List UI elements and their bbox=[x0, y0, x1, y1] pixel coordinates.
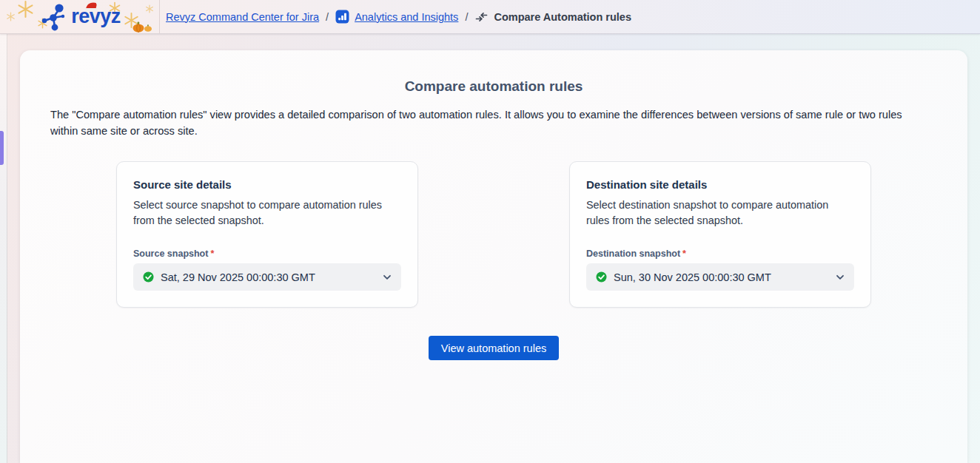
page-title: Compare automation rules bbox=[20, 78, 967, 95]
breadcrumb-separator: / bbox=[465, 11, 468, 23]
source-snapshot-label-text: Source snapshot bbox=[133, 249, 208, 259]
breadcrumb-link-command-center[interactable]: Revyz Command Center for Jira bbox=[166, 11, 319, 23]
snowflake-decoration-icon bbox=[145, 4, 154, 13]
required-marker: * bbox=[682, 249, 686, 259]
required-marker: * bbox=[210, 249, 214, 259]
snowflake-decoration-icon bbox=[16, 0, 35, 18]
view-automation-rules-button[interactable]: View automation rules bbox=[429, 336, 559, 360]
destination-card-description: Select destination snapshot to compare a… bbox=[586, 197, 854, 229]
destination-snapshot-select[interactable]: Sun, 30 Nov 2025 00:00:30 GMT bbox=[586, 263, 854, 291]
left-rail bbox=[0, 0, 7, 463]
source-snapshot-select[interactable]: Sat, 29 Nov 2025 00:00:30 GMT bbox=[133, 263, 401, 291]
pumpkin-icon bbox=[144, 24, 152, 32]
check-circle-icon bbox=[143, 271, 154, 283]
destination-card-title: Destination site details bbox=[586, 178, 854, 191]
breadcrumb-separator: / bbox=[326, 11, 329, 23]
brand-logo[interactable]: revyz bbox=[0, 0, 160, 33]
revyz-molecule-logo-icon bbox=[38, 1, 70, 33]
chevron-down-icon bbox=[836, 274, 845, 280]
breadcrumb-link-analytics[interactable]: Analytics and Insights bbox=[355, 11, 458, 23]
destination-snapshot-label-text: Destination snapshot bbox=[586, 249, 680, 259]
source-card-description: Select source snapshot to compare automa… bbox=[133, 197, 401, 229]
site-cards-row: Source site details Select source snapsh… bbox=[20, 161, 967, 308]
snowflake-decoration-icon bbox=[6, 12, 16, 21]
destination-snapshot-value: Sun, 30 Nov 2025 00:00:30 GMT bbox=[614, 271, 771, 283]
destination-snapshot-label: Destination snapshot* bbox=[586, 249, 854, 259]
breadcrumb-current-label: Compare Automation rules bbox=[494, 11, 631, 23]
page-description: The "Compare automation rules" view prov… bbox=[50, 107, 916, 139]
breadcrumb: Revyz Command Center for Jira / Analytic… bbox=[160, 10, 631, 24]
source-card-title: Source site details bbox=[133, 178, 401, 191]
scroll-indicator[interactable] bbox=[0, 131, 4, 165]
compare-arrows-icon bbox=[474, 11, 489, 23]
bar-chart-icon bbox=[335, 10, 349, 24]
source-site-card: Source site details Select source snapsh… bbox=[116, 161, 418, 308]
source-snapshot-label: Source snapshot* bbox=[133, 249, 401, 259]
chevron-down-icon bbox=[383, 274, 392, 280]
source-snapshot-value: Sat, 29 Nov 2025 00:00:30 GMT bbox=[161, 271, 315, 283]
check-circle-icon bbox=[596, 271, 607, 283]
top-header: revyz Revyz Command Center for Jira / An… bbox=[0, 0, 980, 34]
actions-row: View automation rules bbox=[20, 336, 967, 360]
breadcrumb-current-page: Compare Automation rules bbox=[474, 11, 631, 23]
compare-rules-panel: Compare automation rules The "Compare au… bbox=[20, 50, 967, 463]
destination-site-card: Destination site details Select destinat… bbox=[569, 161, 871, 308]
santa-hat-icon bbox=[83, 0, 103, 12]
